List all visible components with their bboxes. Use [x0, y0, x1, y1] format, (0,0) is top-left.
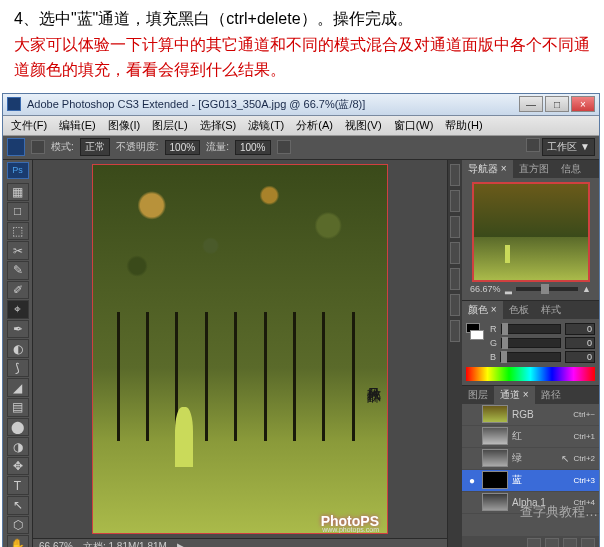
tool-preset-icon[interactable]	[31, 140, 45, 154]
channel-thumb	[482, 449, 508, 467]
collapse-btn-3[interactable]	[450, 216, 460, 238]
load-selection-icon[interactable]	[527, 538, 541, 547]
zoom-tool[interactable]: ✋	[7, 535, 29, 547]
collapse-btn-4[interactable]	[450, 242, 460, 264]
g-slider[interactable]	[501, 338, 561, 348]
g-input[interactable]	[565, 337, 595, 349]
airbrush-icon[interactable]	[277, 140, 291, 154]
healing-tool[interactable]: ✐	[7, 281, 29, 300]
shape-tool[interactable]: ↖	[7, 496, 29, 515]
channel-green[interactable]: 绿 ↖ Ctrl+2	[462, 448, 599, 470]
workspace-select[interactable]: 工作区 ▼	[542, 138, 595, 156]
collapse-btn-6[interactable]	[450, 294, 460, 316]
history-brush-tool[interactable]: ◐	[7, 339, 29, 358]
zoom-in-icon[interactable]: ▲	[582, 284, 591, 294]
blur-tool[interactable]: ▤	[7, 398, 29, 417]
close-button[interactable]: ×	[571, 96, 595, 112]
menu-image[interactable]: 图像(I)	[102, 116, 146, 135]
crop-tool[interactable]: ✂	[7, 241, 29, 260]
tab-navigator[interactable]: 导航器 ×	[462, 160, 513, 178]
maximize-button[interactable]: □	[545, 96, 569, 112]
ps-logo-icon[interactable]	[7, 138, 25, 156]
color-spectrum[interactable]	[466, 367, 595, 381]
pen-tool[interactable]: ◑	[7, 437, 29, 456]
tab-paths[interactable]: 路径	[535, 386, 567, 404]
menu-filter[interactable]: 滤镜(T)	[242, 116, 290, 135]
b-input[interactable]	[565, 351, 595, 363]
tab-swatches[interactable]: 色板	[503, 301, 535, 319]
hand-tool[interactable]: ⬡	[7, 516, 29, 535]
collapse-btn-5[interactable]	[450, 268, 460, 290]
move-tool[interactable]: ▦	[7, 183, 29, 202]
flow-label: 流量:	[206, 140, 229, 154]
panel-collapse-strip	[448, 160, 462, 547]
tab-layers[interactable]: 图层	[462, 386, 494, 404]
r-slider[interactable]	[501, 324, 562, 334]
menu-help[interactable]: 帮助(H)	[439, 116, 488, 135]
tab-color[interactable]: 颜色 ×	[462, 301, 503, 319]
cursor-icon: ↖	[561, 453, 569, 464]
tab-histogram[interactable]: 直方图	[513, 160, 555, 178]
stamp-tool[interactable]: ✒	[7, 320, 29, 339]
r-input[interactable]	[565, 323, 595, 335]
workspace: Ps ▦ □ ⬚ ✂ ✎ ✐ ⌖ ✒ ◐ ⟆ ◢ ▤ ⬤ ◑ ✥ T ↖ ⬡ ✋	[3, 160, 599, 547]
brush-tool[interactable]: ⌖	[7, 300, 29, 319]
type-tool[interactable]: ✥	[7, 457, 29, 476]
eyedropper-tool[interactable]: ✎	[7, 261, 29, 280]
eye-icon[interactable]: ●	[466, 474, 478, 486]
mode-select[interactable]: 正常	[80, 138, 110, 156]
b-slider[interactable]	[500, 352, 561, 362]
ps-mini-icon: Ps	[7, 162, 29, 179]
canvas-viewport[interactable]: 醉秋风作 PhotoPS www.photops.com	[33, 160, 447, 538]
channel-rgb[interactable]: RGB Ctrl+~	[462, 404, 599, 426]
tab-styles[interactable]: 样式	[535, 301, 567, 319]
menu-analysis[interactable]: 分析(A)	[290, 116, 339, 135]
eye-icon[interactable]	[466, 496, 478, 508]
background-swatch[interactable]	[470, 330, 484, 340]
channel-alpha1[interactable]: Alpha 1 Ctrl+4	[462, 492, 599, 514]
menu-view[interactable]: 视图(V)	[339, 116, 388, 135]
new-channel-icon[interactable]	[563, 538, 577, 547]
path-tool[interactable]: T	[7, 476, 29, 495]
channel-blue[interactable]: ● 蓝 Ctrl+3	[462, 470, 599, 492]
collapse-btn-7[interactable]	[450, 320, 460, 342]
menu-select[interactable]: 选择(S)	[194, 116, 243, 135]
zoom-readout[interactable]: 66.67%	[39, 541, 73, 547]
channel-name: 绿	[512, 451, 557, 465]
eye-icon[interactable]	[466, 452, 478, 464]
save-selection-icon[interactable]	[545, 538, 559, 547]
tab-channels[interactable]: 通道 ×	[494, 386, 535, 404]
collapse-btn-1[interactable]	[450, 164, 460, 186]
collapse-btn-2[interactable]	[450, 190, 460, 212]
menubar: 文件(F) 编辑(E) 图像(I) 图层(L) 选择(S) 滤镜(T) 分析(A…	[3, 116, 599, 136]
menu-layer[interactable]: 图层(L)	[146, 116, 193, 135]
eye-icon[interactable]	[466, 430, 478, 442]
channel-red[interactable]: 红 Ctrl+1	[462, 426, 599, 448]
photo-logo-sub: www.photops.com	[322, 526, 379, 533]
menu-file[interactable]: 文件(F)	[5, 116, 53, 135]
menu-edit[interactable]: 编辑(E)	[53, 116, 102, 135]
gradient-tool[interactable]: ◢	[7, 378, 29, 397]
minimize-button[interactable]: —	[519, 96, 543, 112]
status-arrow-icon[interactable]: ▶	[177, 541, 185, 547]
marquee-tool[interactable]: □	[7, 202, 29, 221]
go-bridge-icon[interactable]	[526, 138, 540, 152]
r-label: R	[490, 324, 497, 334]
channel-shortcut: Ctrl+~	[573, 410, 595, 419]
fg-bg-swatch[interactable]	[466, 323, 484, 365]
zoom-out-icon[interactable]: ▂	[505, 284, 512, 294]
eraser-tool[interactable]: ⟆	[7, 359, 29, 378]
mode-label: 模式:	[51, 140, 74, 154]
flow-value[interactable]: 100%	[235, 140, 271, 155]
nav-zoom-value[interactable]: 66.67%	[470, 284, 501, 294]
lasso-tool[interactable]: ⬚	[7, 222, 29, 241]
navigator-thumbnail[interactable]	[472, 182, 590, 282]
nav-zoom-slider[interactable]	[516, 287, 579, 291]
channel-thumb	[482, 427, 508, 445]
delete-channel-icon[interactable]	[581, 538, 595, 547]
menu-window[interactable]: 窗口(W)	[388, 116, 440, 135]
eye-icon[interactable]	[466, 408, 478, 420]
opacity-value[interactable]: 100%	[165, 140, 201, 155]
tab-info[interactable]: 信息	[555, 160, 587, 178]
dodge-tool[interactable]: ⬤	[7, 418, 29, 437]
